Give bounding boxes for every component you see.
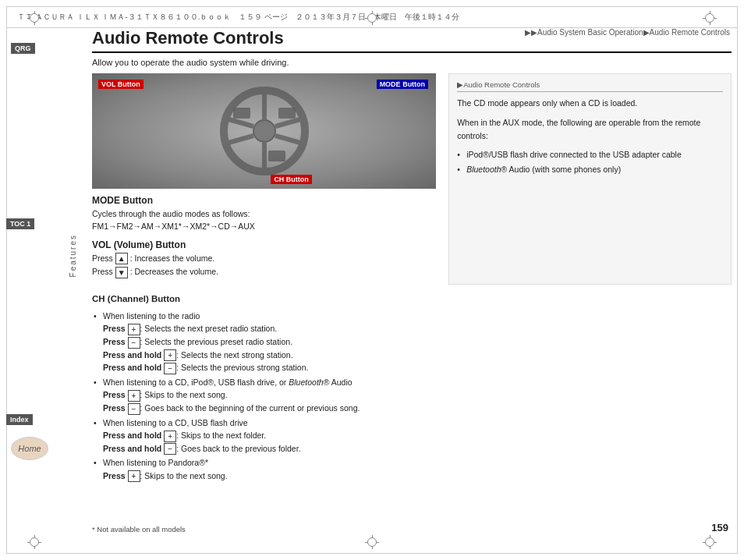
plus-icon: + [164, 349, 176, 361]
right-aux-intro: When in the AUX mode, the following are … [457, 116, 723, 143]
svg-rect-10 [268, 151, 285, 161]
list-item: Bluetooth® Audio (with some phones only) [457, 163, 723, 176]
subtitle: Allow you to operate the audio system wh… [92, 58, 732, 67]
vol-button-label: VOL Button [98, 78, 143, 89]
image-inner [92, 73, 436, 189]
ch-items-list: When listening to the radio Press +: Sel… [92, 310, 732, 483]
vol-press-up: Press ▲ : Increases the volume. [92, 253, 436, 265]
features-label: Features [69, 234, 77, 277]
mode-button-section: MODE Button Cycles through the audio mod… [92, 195, 436, 233]
right-panel-title: ▶Audio Remote Controls [457, 80, 723, 92]
qrg-badge[interactable]: QRG [11, 42, 35, 57]
minus-icon: − [128, 403, 140, 415]
svg-rect-8 [233, 108, 250, 119]
page-number: 159 [711, 522, 728, 533]
crosshair-bottom-left [27, 535, 41, 549]
right-panel-body: The CD mode appears only when a CD is lo… [457, 97, 723, 176]
col-left: VOL Button MODE Button CH Button MODE Bu… [92, 73, 436, 285]
right-intro: The CD mode appears only when a CD is lo… [457, 97, 723, 110]
plus-icon: + [128, 390, 140, 402]
ch-section: CH (Channel) Button When listening to th… [92, 292, 732, 482]
minus-icon: − [164, 443, 176, 455]
svg-rect-9 [278, 108, 296, 119]
right-items-list: iPod®/USB flash drive connected to the U… [457, 148, 723, 176]
plus-icon: + [128, 324, 140, 335]
vol-press-down: Press ▼ : Decreases the volume. [92, 266, 436, 278]
up-arrow-icon: ▲ [115, 253, 128, 264]
list-item: When listening to the radio Press +: Sel… [92, 310, 732, 374]
svg-point-1 [253, 120, 275, 142]
crosshair-top-right [703, 11, 717, 25]
col-right: ▶Audio Remote Controls The CD mode appea… [448, 73, 732, 285]
mode-button-title: MODE Button [92, 195, 436, 206]
footnote: * Not available on all models [92, 525, 186, 533]
list-item: When listening to Pandora®* Press +: Ski… [92, 456, 732, 482]
header-text: ＴＴ ＡＣＵＲＡ ＩＬＸ ＩＭＡ-３１ＴＸ８６１００.ｂｏｏｋ １５９ ページ … [17, 12, 459, 23]
steering-wheel-image: VOL Button MODE Button CH Button [92, 73, 436, 189]
list-item: When listening to a CD, USB flash drive … [92, 416, 732, 455]
two-col-layout: VOL Button MODE Button CH Button MODE Bu… [92, 73, 732, 285]
steering-wheel-svg [218, 84, 311, 178]
plus-icon: + [164, 431, 176, 442]
main-content: Audio Remote Controls Allow you to opera… [92, 28, 732, 538]
svg-line-7 [275, 136, 300, 143]
svg-line-6 [229, 119, 253, 126]
vol-button-title: VOL (Volume) Button [92, 239, 436, 250]
index-badge[interactable]: Index [6, 413, 33, 424]
ch-button-label: CH Button [271, 173, 312, 184]
plus-icon: + [128, 470, 140, 482]
svg-line-5 [275, 119, 300, 126]
crosshair-top-left [27, 11, 41, 25]
mode-button-desc: Cycles through the audio modes as follow… [92, 208, 436, 233]
toc-badge-wrap: TOC 1 [6, 218, 34, 229]
vol-button-section: VOL (Volume) Button Press ▲ : Increases … [92, 239, 436, 279]
ch-section-title: CH (Channel) Button [92, 292, 732, 307]
minus-icon: − [164, 363, 176, 374]
mode-button-label: MODE Button [377, 78, 429, 89]
crosshair-top-mid [365, 11, 379, 25]
svg-line-4 [229, 136, 253, 143]
down-arrow-icon: ▼ [115, 267, 128, 278]
list-item: When listening to a CD, iPod®, USB flash… [92, 376, 732, 415]
page-title: Audio Remote Controls [92, 28, 732, 53]
list-item: iPod®/USB flash drive connected to the U… [457, 148, 723, 161]
minus-icon: − [128, 337, 140, 349]
home-badge[interactable]: Home [11, 437, 48, 460]
